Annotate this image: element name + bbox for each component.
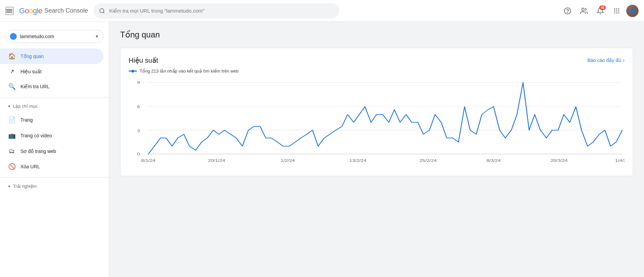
x-label-jan20: 20/1/24	[208, 158, 225, 163]
avatar[interactable]: 👤	[626, 5, 639, 17]
collapse-icon-lap-chi-muc: ▾	[8, 104, 10, 109]
svg-point-10	[618, 10, 619, 11]
section-label-trai-nghiem: Trải nghiệm	[13, 184, 37, 189]
avatar-image: 👤	[626, 5, 639, 17]
site-selector[interactable]: 🌐 lammetudo.com ▼	[5, 30, 103, 43]
sidebar-item-label-so-do-trang-web: Sơ đồ trang web	[20, 149, 56, 154]
sitemap-icon: 🗂	[8, 148, 16, 155]
google-apps-button[interactable]	[610, 4, 624, 18]
header-actions: 46 👤	[561, 4, 639, 18]
logo[interactable]: Google Search Console	[19, 6, 88, 15]
chevron-right-icon: ›	[623, 57, 625, 63]
site-name: lammetudo.com	[20, 34, 91, 39]
home-icon: 🏠	[8, 52, 16, 60]
svg-line-1	[103, 12, 104, 13]
svg-point-12	[616, 12, 617, 13]
sidebar-item-label-kiem-tra-url: Kiểm tra URL	[20, 84, 49, 89]
page-icon: 📄	[8, 116, 16, 124]
x-label-mar8: 8/3/24	[486, 158, 501, 163]
trending-up-icon: ↗	[8, 67, 16, 75]
section-header-lap-chi-muc[interactable]: ▾ Lập chỉ mục	[0, 100, 109, 112]
svg-point-0	[100, 9, 104, 13]
main-content: Tổng quan Hiệu suất Báo cáo đầy đủ › Tổn…	[109, 22, 644, 277]
svg-point-6	[616, 8, 617, 9]
chart-legend: Tổng 213 lần nhấp vào kết quả tìm kiếm t…	[129, 68, 625, 74]
svg-point-13	[618, 12, 619, 13]
svg-point-11	[614, 12, 615, 13]
main-layout: 🌐 lammetudo.com ▼ 🏠 Tổng quan ↗ Hiệu suấ…	[0, 22, 644, 277]
sidebar-item-trang[interactable]: 📄 Trang	[0, 112, 103, 128]
menu-button[interactable]	[5, 7, 14, 15]
manage-users-button[interactable]	[577, 4, 591, 18]
legend-line	[129, 71, 137, 72]
full-report-link[interactable]: Báo cáo đầy đủ ›	[587, 57, 625, 63]
google-wordmark: Google	[19, 6, 42, 15]
sidebar-item-label-trang-co-video: Trang có video	[20, 133, 52, 138]
performance-line	[148, 82, 622, 154]
section-label-lap-chi-muc: Lập chỉ mục	[13, 104, 38, 109]
site-selector-arrow-icon: ▼	[95, 34, 99, 39]
performance-card: Hiệu suất Báo cáo đầy đủ › Tổng 213 lần …	[120, 48, 633, 176]
svg-point-4	[582, 8, 584, 10]
legend-text: Tổng 213 lần nhấp vào kết quả tìm kiếm t…	[140, 68, 239, 74]
sidebar-item-label-tong-quan: Tổng quan	[20, 53, 44, 59]
sidebar-item-label-hieu-suat: Hiệu suất	[20, 69, 42, 74]
svg-point-7	[618, 8, 619, 9]
sidebar-item-label-xoa-url: Xóa URL	[20, 164, 40, 169]
collapse-icon-trai-nghiem: ▾	[8, 184, 10, 189]
y-label-0: 0	[137, 152, 140, 156]
card-header: Hiệu suất Báo cáo đầy đủ ›	[129, 56, 625, 64]
x-label-feb1: 1/2/24	[281, 158, 295, 163]
section-header-trai-nghiem[interactable]: ▾ Trải nghiệm	[0, 180, 109, 192]
x-label-apr1: 1/4/24	[615, 158, 625, 163]
svg-point-9	[616, 10, 617, 11]
sidebar-item-xoa-url[interactable]: 🚫 Xóa URL	[0, 159, 103, 174]
notification-count: 46	[599, 5, 606, 10]
sidebar-nav: 🏠 Tổng quan ↗ Hiệu suất 🔍 Kiểm tra URL	[0, 48, 109, 94]
sidebar-item-so-do-trang-web[interactable]: 🗂 Sơ đồ trang web	[0, 143, 103, 159]
y-label-9: 9	[137, 80, 140, 85]
app-header: Google Search Console	[0, 0, 644, 22]
app-name-label: Search Console	[44, 7, 88, 14]
sidebar-item-label-trang: Trang	[20, 117, 33, 123]
search-input[interactable]	[109, 8, 334, 14]
full-report-link-label: Báo cáo đầy đủ	[587, 58, 621, 63]
sidebar-item-kiem-tra-url[interactable]: 🔍 Kiểm tra URL	[0, 79, 103, 94]
sidebar-nav-lap-chi-muc: 📄 Trang 📺 Trang có video 🗂 Sơ đồ trang w…	[0, 112, 109, 174]
svg-point-5	[614, 8, 615, 9]
sidebar-divider-1	[0, 97, 109, 97]
y-label-6: 6	[137, 105, 140, 109]
x-label-feb13: 13/2/24	[349, 158, 367, 163]
remove-url-icon: 🚫	[8, 163, 16, 170]
y-label-3: 3	[137, 129, 140, 133]
sidebar-item-hieu-suat[interactable]: ↗ Hiệu suất	[0, 64, 103, 79]
sidebar-item-trang-co-video[interactable]: 📺 Trang có video	[0, 128, 103, 143]
x-label-jan8: 8/1/24	[141, 158, 156, 163]
sidebar: 🌐 lammetudo.com ▼ 🏠 Tổng quan ↗ Hiệu suấ…	[0, 22, 109, 277]
x-label-mar20: 20/3/24	[550, 158, 568, 163]
help-button[interactable]	[561, 4, 574, 18]
svg-point-8	[614, 10, 615, 11]
video-page-icon: 📺	[8, 132, 16, 139]
url-search-icon: 🔍	[8, 83, 16, 90]
card-title: Hiệu suất	[129, 56, 158, 64]
page-title: Tổng quan	[120, 30, 633, 40]
site-globe-icon: 🌐	[10, 33, 17, 40]
x-label-feb25: 25/2/24	[419, 158, 437, 163]
sidebar-item-tong-quan[interactable]: 🏠 Tổng quan	[0, 48, 103, 64]
chart-svg: 9 6 3 0 8/1/24 20/1/24 1/2/24	[129, 79, 625, 168]
search-icon	[99, 8, 105, 14]
notifications-button[interactable]: 46	[593, 4, 607, 18]
performance-chart: 9 6 3 0 8/1/24 20/1/24 1/2/24	[129, 79, 625, 168]
search-bar	[94, 3, 339, 18]
sidebar-divider-2	[0, 177, 109, 178]
